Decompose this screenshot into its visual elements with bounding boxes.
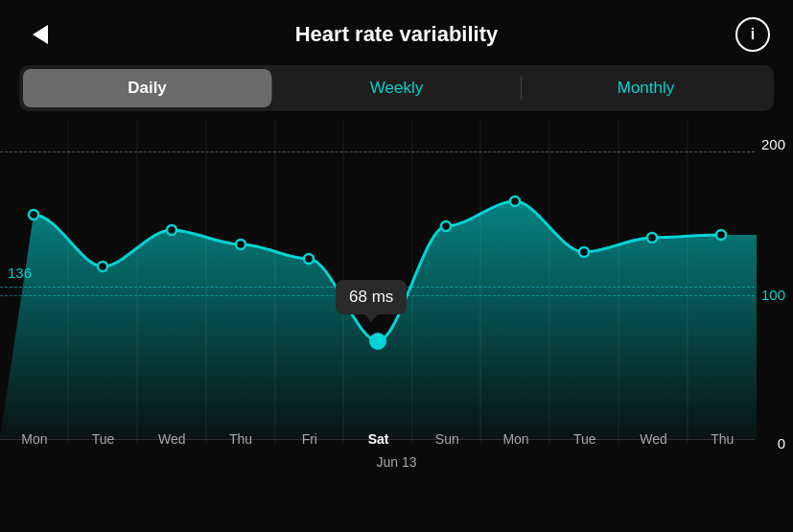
x-label-mon1: Mon — [0, 431, 69, 447]
tab-daily[interactable]: Daily — [23, 69, 271, 107]
back-arrow-icon — [33, 25, 48, 44]
x-label-wed1: Wed — [137, 431, 206, 447]
x-label-sat: Sat — [344, 431, 413, 447]
back-button[interactable] — [23, 17, 58, 52]
chart-svg — [0, 119, 757, 445]
header: Heart rate variability i — [0, 0, 793, 61]
info-button[interactable]: i — [735, 17, 770, 52]
tab-monthly[interactable]: Monthly — [522, 69, 770, 107]
x-label-sun: Sun — [412, 431, 481, 447]
svg-point-7 — [510, 197, 520, 206]
tab-weekly[interactable]: Weekly — [272, 69, 521, 107]
y-label-100: 100 — [761, 287, 785, 303]
page-title: Heart rate variability — [58, 22, 735, 47]
y-label-0: 0 — [778, 435, 785, 451]
selected-date-label: Jun 13 — [376, 454, 416, 470]
x-label-tue2: Tue — [550, 431, 619, 447]
svg-point-10 — [716, 230, 726, 240]
svg-point-9 — [647, 233, 657, 243]
y-label-200: 200 — [761, 136, 785, 152]
x-label-fri: Fri — [275, 431, 344, 447]
x-axis: Mon Tue Wed Thu Fri Sat Sun Mon Tue Wed … — [0, 431, 757, 447]
x-label-thu1: Thu — [206, 431, 275, 447]
x-label-tue1: Tue — [69, 431, 138, 447]
svg-point-2 — [167, 225, 176, 235]
x-label-wed2: Wed — [619, 431, 688, 447]
x-label-mon2: Mon — [481, 431, 550, 447]
svg-point-0 — [29, 210, 38, 220]
svg-point-3 — [236, 240, 245, 249]
info-icon: i — [751, 26, 755, 43]
svg-point-4 — [304, 254, 314, 264]
x-label-thu2: Thu — [688, 431, 757, 447]
svg-point-5 — [370, 334, 385, 349]
svg-point-6 — [441, 221, 451, 231]
chart-container: 200 100 0 136 — [0, 119, 793, 474]
svg-point-8 — [579, 247, 589, 257]
svg-point-1 — [98, 262, 107, 271]
tab-bar: Daily Weekly Monthly — [19, 65, 774, 111]
